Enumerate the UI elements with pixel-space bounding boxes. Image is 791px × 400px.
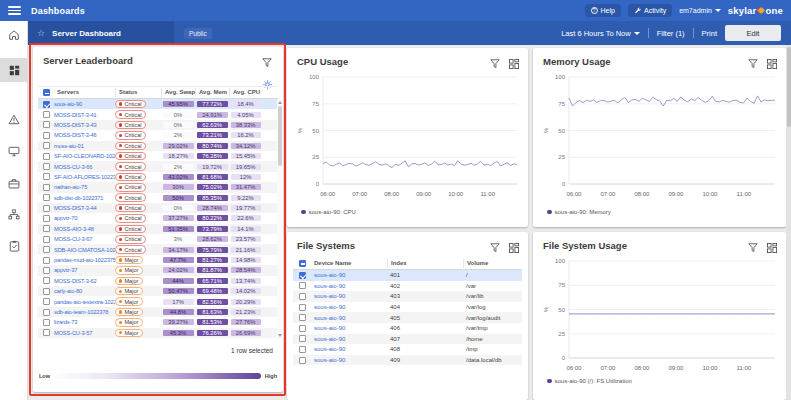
row-checkbox[interactable]	[43, 132, 50, 139]
help-button[interactable]: ? Help	[585, 4, 621, 17]
row-checkbox[interactable]	[43, 298, 50, 305]
table-row[interactable]: MOSS-DIST-3-62Major44%65.71%13.74%	[38, 276, 278, 286]
hamburger-menu-icon[interactable]	[8, 6, 21, 15]
row-checkbox[interactable]	[299, 304, 306, 311]
table-row[interactable]: moss-aio-01Critical29.02%80.74%34.12%	[38, 141, 278, 151]
table-row[interactable]: MOSS-DIST-3-43Critical0%62.63%38.33%	[38, 120, 278, 130]
server-link[interactable]: SDB-AIO-CMATOSA-1022327	[54, 247, 115, 253]
row-checkbox[interactable]	[43, 194, 50, 201]
row-checkbox[interactable]	[43, 277, 50, 284]
server-link[interactable]: MOSS-DIST-3-43	[54, 122, 115, 128]
server-link[interactable]: nathan-aio-75	[54, 184, 115, 190]
server-link[interactable]: carly-aio-80	[54, 288, 115, 294]
server-link[interactable]: sdb-aio-team-1022378	[54, 309, 115, 315]
device-link[interactable]: sous-aio-90	[311, 315, 387, 321]
activity-button[interactable]: Activity	[628, 4, 672, 17]
device-link[interactable]: sous-aio-90	[311, 357, 387, 363]
table-row[interactable]: sous-aio-90408/tmp	[293, 344, 522, 355]
server-link[interactable]: MOSS-CU-3-67	[54, 236, 115, 242]
table-row[interactable]: pandas-mud-aio-1022375Major47.7%81.27%14…	[38, 255, 278, 265]
page-scrollbar[interactable]	[786, 45, 791, 400]
device-link[interactable]: sous-aio-90	[311, 304, 387, 310]
column-header-status[interactable]: Status	[115, 88, 161, 97]
table-row[interactable]: SF-AIO-CLEONARD-1022321Critical18.27%76.…	[38, 151, 278, 161]
column-header-device-name[interactable]: Device Name	[311, 259, 387, 268]
device-link[interactable]: sous-aio-90	[311, 293, 387, 299]
table-row[interactable]: nathan-aio-75Critical30%75.02%31.47%	[38, 182, 278, 192]
server-link[interactable]: MOSS-CU-3-57	[54, 330, 115, 336]
server-link[interactable]: SF-AIO-CLEONARD-1022321	[54, 153, 115, 159]
server-link[interactable]: MOSS-AIO-3-48	[54, 226, 115, 232]
row-checkbox[interactable]	[299, 325, 306, 332]
table-scrollbar[interactable]	[277, 99, 283, 339]
table-row[interactable]: appviz-70Critical37.27%80.22%22.6%	[38, 213, 278, 223]
table-row[interactable]: MOSS-AIO-3-48Critical51.35%73.79%14.1%	[38, 224, 278, 234]
table-row[interactable]: MOSS-DIST-3-41Critical0%24.91%4.05%	[38, 109, 278, 119]
select-all-checkbox[interactable]	[43, 89, 50, 96]
server-link[interactable]: MOSS-DIST-3-46	[54, 132, 115, 138]
table-row[interactable]: sous-aio-90404/var/log	[293, 302, 522, 313]
row-checkbox[interactable]	[43, 309, 50, 316]
user-menu[interactable]: em7admin	[679, 7, 721, 14]
row-checkbox[interactable]	[299, 314, 306, 321]
table-row[interactable]: sous-aio-90406/var/tmp	[293, 323, 522, 334]
row-checkbox[interactable]	[43, 288, 50, 295]
server-link[interactable]: appviz-70	[54, 215, 115, 221]
scroll-down-icon[interactable]	[278, 334, 282, 337]
server-link[interactable]: SF-AIO-AFLORES-1022328	[54, 174, 115, 180]
table-row[interactable]: MOSS-CU-3-67Critical3%28.62%23.57%	[38, 234, 278, 244]
row-checkbox[interactable]	[43, 173, 50, 180]
filter-funnel-icon[interactable]	[262, 54, 272, 72]
sidebar-item-devices[interactable]	[0, 139, 28, 163]
server-link[interactable]: appviz-37	[54, 267, 115, 273]
table-row[interactable]: MOSS-CU-3-66Critical2%19.72%19.65%	[38, 161, 278, 171]
sidebar-item-home[interactable]	[0, 23, 28, 47]
server-link[interactable]: pandas-mud-aio-1022375	[54, 257, 115, 263]
row-checkbox[interactable]	[299, 282, 306, 289]
row-checkbox[interactable]	[43, 246, 50, 253]
table-row[interactable]: appviz-37Major24.02%81.87%28.54%	[38, 265, 278, 275]
filter-button[interactable]: Filter (1)	[657, 29, 685, 38]
sidebar-item-maps[interactable]	[0, 202, 28, 226]
row-checkbox[interactable]	[43, 236, 50, 243]
table-row[interactable]: sdb-dist-db-1022371Critical50%85.35%9.22…	[38, 193, 278, 203]
row-checkbox[interactable]	[43, 184, 50, 191]
table-row[interactable]: sous-aio-90403/var/lib	[293, 291, 522, 302]
row-checkbox[interactable]	[43, 329, 50, 336]
table-row[interactable]: MOSS-DIST-3-46Critical2%73.21%16.2%	[38, 130, 278, 140]
sidebar-item-automation[interactable]	[0, 234, 28, 258]
table-row[interactable]: SDB-AIO-CMATOSA-1022327Critical34.17%75.…	[38, 244, 278, 254]
column-header-avg-mem[interactable]: Avg. Mem	[195, 88, 229, 97]
table-row[interactable]: sous-aio-90405/var/log/audit	[293, 312, 522, 323]
row-checkbox[interactable]	[43, 153, 50, 160]
table-row[interactable]: sous-aio-90402/var	[293, 281, 522, 292]
device-link[interactable]: sous-aio-90	[311, 283, 387, 289]
row-checkbox[interactable]	[299, 346, 306, 353]
table-row[interactable]: MOSS-DIST-3-44Critical0%28.74%19.77%	[38, 203, 278, 213]
device-link[interactable]: sous-aio-90	[311, 325, 387, 331]
server-link[interactable]: lizards-73	[54, 319, 115, 325]
table-row[interactable]: SF-AIO-AFLORES-1022328Critical43.02%81.6…	[38, 172, 278, 182]
server-link[interactable]: moss-aio-01	[54, 143, 115, 149]
device-link[interactable]: sous-aio-90	[311, 272, 387, 278]
row-checkbox[interactable]	[43, 111, 50, 118]
table-row[interactable]: MOSS-CU-3-57Major45.3%76.26%26.69%	[38, 328, 278, 338]
column-header-volume[interactable]: Volume	[463, 259, 522, 268]
dashboard-tab[interactable]: ☆ Server Dashboard	[28, 21, 174, 45]
table-row[interactable]: sdb-aio-team-1022378Major44.8%81.63%21.2…	[38, 307, 278, 317]
row-checkbox[interactable]	[43, 215, 50, 222]
server-link[interactable]: sous-aio-90	[54, 101, 115, 107]
favorite-star-icon[interactable]: ☆	[37, 29, 45, 38]
edit-button[interactable]: Edit	[725, 25, 781, 41]
print-button[interactable]: Print	[702, 29, 717, 38]
time-range-selector[interactable]: Last 6 Hours To Now	[561, 29, 639, 38]
sidebar-item-events[interactable]	[0, 107, 28, 131]
column-header-avg-swap[interactable]: Avg. Swap	[161, 88, 195, 97]
column-header-avg-cpu[interactable]: Avg. CPU	[229, 88, 262, 97]
server-link[interactable]: MOSS-DIST-3-44	[54, 205, 115, 211]
row-checkbox[interactable]	[43, 163, 50, 170]
row-checkbox[interactable]	[43, 205, 50, 212]
sidebar-item-dashboards[interactable]	[0, 58, 28, 82]
row-checkbox[interactable]	[43, 257, 50, 264]
table-row[interactable]: carly-aio-80Major50.47%69.48%14.02%	[38, 286, 278, 296]
